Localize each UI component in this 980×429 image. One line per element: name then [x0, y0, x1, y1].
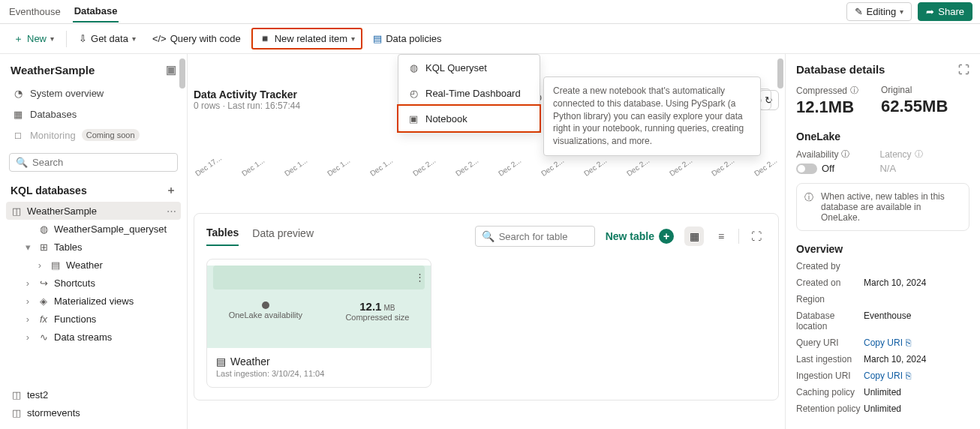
expand-icon[interactable]: ▣: [166, 63, 176, 76]
ov-key: Database location: [796, 310, 864, 332]
get-data-button[interactable]: ⇩ Get data ▾: [73, 29, 142, 48]
dd-label: Real-Time Dashboard: [425, 88, 521, 99]
new-table-button[interactable]: New table +: [606, 229, 674, 244]
nav-label: Databases: [30, 109, 77, 120]
copy-icon: ⎘: [906, 338, 911, 348]
availability-toggle[interactable]: [796, 164, 817, 174]
chevron-right-icon[interactable]: ›: [23, 314, 33, 325]
tables-card: Tables Data preview 🔍 New table + ▦ ≡: [194, 213, 779, 400]
code-icon: </>: [152, 33, 167, 44]
share-icon: ➦: [926, 6, 934, 17]
list-view-button[interactable]: ≡: [711, 226, 731, 246]
editing-label: Editing: [867, 6, 897, 17]
table-card-preview: ⋮ OneLake availability 12.1 MB Compresse…: [207, 266, 431, 348]
tree-label: stormevents: [27, 407, 80, 418]
size-unit: MB: [384, 304, 395, 312]
ov-key: Created by: [796, 261, 864, 272]
chart-x-labels: Dec 17... Dec 1... Dec 1... Dec 1... Dec…: [194, 171, 779, 179]
stream-icon: ∿: [38, 331, 50, 343]
policy-icon: ▤: [373, 33, 382, 44]
grid-view-button[interactable]: ▦: [684, 226, 704, 246]
tab-tables[interactable]: Tables: [206, 226, 239, 246]
info-icon[interactable]: ⓘ: [841, 148, 849, 160]
tree-queryset[interactable]: ◍ WeatherSample_queryset: [6, 220, 181, 238]
dashboard-icon: ◴: [407, 87, 419, 99]
table-search-input[interactable]: [499, 231, 588, 242]
more-dots-icon[interactable]: ⋯: [167, 206, 176, 217]
onelake-info: ⓘ When active, new tables in this databa…: [796, 183, 969, 231]
tree-label: Shortcuts: [54, 278, 95, 289]
table-name-text: Weather: [230, 356, 270, 368]
tree-shortcuts[interactable]: › ↪ Shortcuts: [6, 274, 181, 292]
tab-database[interactable]: Database: [73, 1, 119, 22]
new-button[interactable]: ＋ New ▾: [8, 28, 60, 50]
original-value: 62.55MB: [881, 97, 948, 116]
tree-test2[interactable]: ◫ test2: [6, 386, 181, 404]
copy-query-uri[interactable]: Copy URI ⎘: [864, 338, 969, 348]
search-input[interactable]: [32, 157, 171, 168]
tree-datastreams[interactable]: › ∿ Data streams: [6, 328, 181, 346]
ov-val: Eventhouse: [864, 310, 969, 332]
info-icon[interactable]: ⓘ: [850, 85, 858, 96]
database-title: WeatherSample: [11, 64, 95, 76]
fullscreen-button[interactable]: ⛶: [747, 226, 766, 246]
pencil-icon: ✎: [855, 6, 863, 17]
copy-icon: ⎘: [906, 370, 911, 381]
sidebar-search[interactable]: 🔍: [9, 153, 178, 172]
availability-label: Availability: [796, 149, 838, 160]
dd-realtime-dashboard[interactable]: ◴ Real-Time Dashboard: [398, 80, 540, 106]
notebook-icon: ▣: [407, 112, 419, 124]
ov-val: March 10, 2024: [864, 354, 969, 364]
new-related-item-button[interactable]: ◾ New related item ▾: [251, 28, 363, 50]
download-icon: ⇩: [79, 33, 87, 44]
new-label: New: [27, 33, 47, 44]
chevron-right-icon[interactable]: ›: [23, 332, 33, 343]
chevron-right-icon[interactable]: ›: [23, 278, 33, 289]
tree-weather-table[interactable]: › ▤ Weather: [6, 256, 181, 274]
nav-system-overview[interactable]: ◔ System overview: [6, 82, 181, 104]
ov-val: Copy URI: [864, 338, 903, 348]
expand-icon[interactable]: ⛶: [958, 63, 969, 76]
chevron-right-icon[interactable]: ›: [23, 296, 33, 307]
tab-data-preview[interactable]: Data preview: [252, 227, 314, 245]
size-stats: Compressed ⓘ 12.1MB Original 62.55MB: [796, 85, 969, 117]
nav-databases[interactable]: ▦ Databases: [6, 104, 181, 124]
ov-val: Copy URI: [864, 370, 903, 381]
ov-val: [864, 294, 969, 304]
dd-kql-queryset[interactable]: ◍ KQL Queryset: [398, 55, 540, 80]
monitor-icon: □: [12, 129, 24, 141]
chevron-right-icon[interactable]: ›: [35, 260, 45, 271]
tree-label: Tables: [54, 242, 83, 253]
chevron-down-icon: ▾: [900, 8, 903, 16]
search-icon: 🔍: [482, 230, 495, 242]
center-pane: ◍ KQL Queryset ◴ Real-Time Dashboard ▣ N…: [188, 54, 785, 429]
query-with-code-button[interactable]: </> Query with code: [146, 29, 247, 48]
tree-stormevents[interactable]: ◫ stormevents: [6, 404, 181, 422]
scrollbar[interactable]: [777, 58, 783, 88]
more-dots-icon[interactable]: ⋮: [415, 272, 425, 283]
table-search[interactable]: 🔍: [475, 226, 595, 247]
tab-eventhouse[interactable]: Eventhouse: [8, 2, 62, 22]
info-icon: ⓘ: [804, 191, 813, 223]
share-button[interactable]: ➦ Share: [918, 2, 972, 21]
tree-functions[interactable]: › fx Functions: [6, 310, 181, 328]
data-policies-button[interactable]: ▤ Data policies: [367, 29, 447, 48]
tree-weathersample[interactable]: ◫ WeatherSample ⋯: [6, 202, 181, 220]
plus-circle-icon: +: [659, 229, 674, 244]
main-row: WeatherSample ▣ ◔ System overview ▦ Data…: [0, 54, 980, 429]
table-card-weather[interactable]: ⋮ OneLake availability 12.1 MB Compresse…: [206, 259, 431, 388]
copy-ingestion-uri[interactable]: Copy URI ⎘: [864, 370, 969, 381]
tree-tables[interactable]: ▾ ⊞ Tables: [6, 238, 181, 256]
chevron-down-icon[interactable]: ▾: [23, 242, 33, 253]
ov-key: Ingestion URI: [796, 370, 864, 381]
chevron-down-icon: ▾: [351, 34, 355, 43]
tree-matviews[interactable]: › ◈ Materialized views: [6, 292, 181, 310]
editing-dropdown[interactable]: ✎ Editing ▾: [846, 2, 912, 21]
new-related-label: New related item: [275, 33, 348, 44]
status-dot-icon: [262, 302, 269, 309]
scrollbar[interactable]: [179, 58, 185, 88]
ov-key: Retention policy: [796, 404, 864, 414]
plus-icon[interactable]: ＋: [166, 184, 176, 197]
dd-notebook[interactable]: ▣ Notebook: [397, 104, 541, 133]
sidebar: WeatherSample ▣ ◔ System overview ▦ Data…: [0, 54, 188, 429]
